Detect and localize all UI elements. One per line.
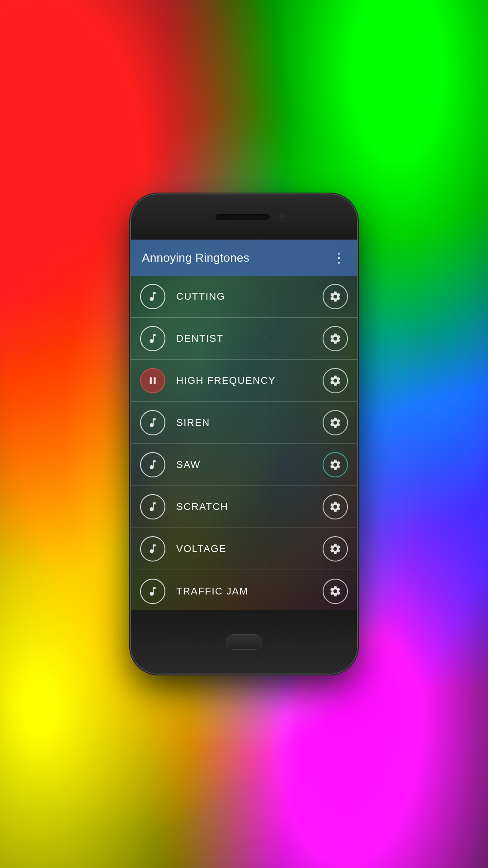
bottom-bezel [131, 610, 357, 674]
home-button[interactable] [226, 634, 262, 650]
app-bar: Annoying Ringtones ⋮ [131, 240, 357, 276]
phone-shell: Annoying Ringtones ⋮ CUTTING DENTIST [131, 194, 357, 674]
settings-icon-circle[interactable] [323, 368, 348, 393]
settings-icon-circle[interactable] [323, 410, 348, 435]
sensor-dot [202, 215, 206, 219]
settings-icon-circle[interactable] [323, 452, 348, 477]
play-icon-circle[interactable] [140, 284, 165, 309]
ringtone-name: DENTIST [165, 333, 323, 344]
play-icon-circle[interactable] [140, 579, 165, 604]
ringtone-name: CUTTING [165, 291, 323, 302]
settings-icon-circle[interactable] [323, 579, 348, 604]
ringtone-name: SAW [165, 459, 323, 471]
ringtone-item[interactable]: SCRATCH [131, 486, 357, 528]
ringtone-item[interactable]: TRAFFIC JAM [131, 570, 357, 610]
settings-icon-circle[interactable] [323, 536, 348, 561]
play-icon-circle[interactable] [140, 494, 165, 519]
settings-icon-circle[interactable] [323, 494, 348, 519]
front-camera [279, 213, 286, 221]
screen: Annoying Ringtones ⋮ CUTTING DENTIST [131, 240, 357, 610]
ringtone-item[interactable]: VOLTAGE [131, 528, 357, 570]
settings-icon-circle[interactable] [323, 284, 348, 309]
top-bezel [131, 194, 357, 240]
ringtone-name: VOLTAGE [165, 543, 323, 555]
play-icon-circle[interactable] [140, 368, 165, 393]
play-icon-circle[interactable] [140, 536, 165, 561]
ringtone-name: SIREN [165, 417, 323, 429]
ringtone-item[interactable]: HIGH FREQUENCY [131, 360, 357, 402]
ringtone-name: TRAFFIC JAM [165, 585, 323, 597]
ringtone-item[interactable]: CUTTING [131, 276, 357, 318]
settings-icon-circle[interactable] [323, 326, 348, 351]
play-icon-circle[interactable] [140, 410, 165, 435]
ringtone-item[interactable]: DENTIST [131, 318, 357, 360]
ringtone-name: SCRATCH [165, 501, 323, 513]
play-icon-circle[interactable] [140, 326, 165, 351]
speaker-grill [216, 214, 270, 220]
ringtone-item[interactable]: SIREN [131, 402, 357, 444]
play-icon-circle[interactable] [140, 452, 165, 477]
ringtone-list: CUTTING DENTIST HIGH FREQUENCY [131, 276, 357, 610]
more-menu-icon[interactable]: ⋮ [332, 251, 346, 264]
ringtone-item[interactable]: SAW [131, 444, 357, 486]
app-title: Annoying Ringtones [142, 251, 249, 265]
ringtone-name: HIGH FREQUENCY [165, 375, 323, 387]
